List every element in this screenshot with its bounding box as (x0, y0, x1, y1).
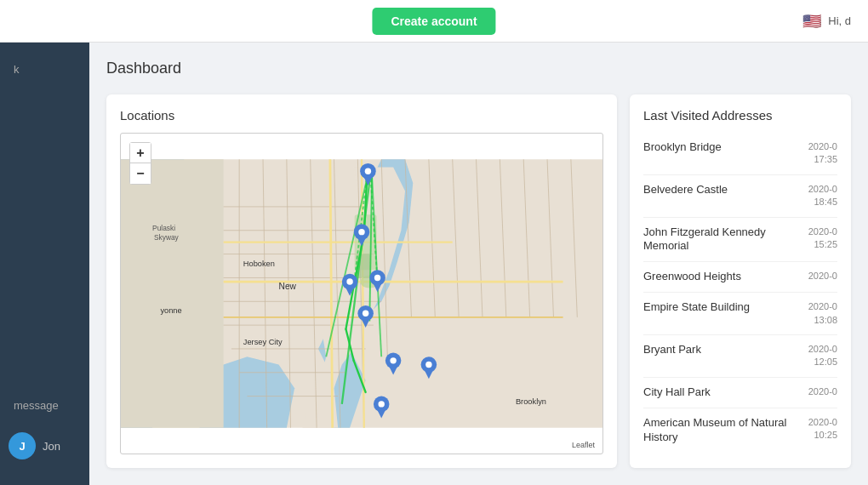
address-time: 2020-015:25 (808, 225, 837, 252)
sidebar-user-area[interactable]: J Jon (0, 424, 89, 468)
svg-point-69 (425, 362, 431, 368)
address-time: 2020-0 (808, 270, 837, 282)
addresses-card: Last Visited Addresses Brooklyn Bridge20… (630, 94, 851, 468)
address-name: John Fitzgerald Kennedy Memorial (643, 225, 808, 254)
locations-card-title: Locations (120, 108, 603, 123)
greeting-text: Hi, d (828, 14, 851, 27)
zoom-out-button[interactable]: − (130, 163, 151, 184)
address-name: Empire State Building (643, 300, 808, 315)
svg-text:Brooklyn: Brooklyn (516, 397, 546, 406)
address-time: 2020-012:05 (808, 343, 837, 369)
address-name: American Museum of Natural History (643, 416, 808, 445)
address-time: 2020-018:45 (808, 183, 837, 209)
address-row: Bryant Park2020-012:05 (643, 335, 837, 378)
svg-point-63 (374, 275, 380, 281)
locations-card: Locations (106, 94, 617, 468)
svg-text:yonne: yonne (160, 306, 181, 315)
map-svg: New Jersey City Hoboken yonne Brooklyn P… (121, 134, 602, 454)
sidebar-k-label: k (14, 63, 20, 76)
address-row: John Fitzgerald Kennedy Memorial2020-015… (643, 218, 837, 263)
svg-text:New: New (279, 282, 297, 291)
address-row: Empire State Building2020-013:08 (643, 293, 837, 335)
cards-row: Locations (106, 94, 851, 468)
top-bar-right: 🇺🇸 Hi, d (802, 12, 851, 31)
map-attribution: Leaflet (569, 440, 597, 450)
svg-rect-4 (121, 159, 224, 427)
address-time: 2020-0 (808, 385, 837, 398)
svg-point-51 (365, 168, 371, 174)
svg-text:Skyway: Skyway (154, 233, 180, 242)
avatar: J (9, 432, 36, 459)
svg-text:Jersey City: Jersey City (243, 338, 283, 346)
address-name: Brooklyn Bridge (643, 140, 808, 155)
zoom-in-button[interactable]: + (130, 143, 151, 163)
svg-point-54 (358, 229, 364, 235)
map-zoom-controls: + − (129, 142, 151, 185)
address-time: 2020-013:08 (808, 300, 837, 327)
page-title: Dashboard (106, 60, 851, 77)
avatar-initials: J (19, 440, 25, 453)
avatar-name: Jon (43, 440, 60, 453)
svg-point-57 (346, 278, 352, 284)
svg-point-72 (378, 401, 384, 407)
svg-text:Pulaski: Pulaski (152, 224, 175, 232)
address-row: Greenwood Heights2020-0 (643, 262, 837, 293)
flag-icon: 🇺🇸 (802, 12, 821, 31)
top-bar: Create account 🇺🇸 Hi, d (0, 0, 868, 43)
address-name: Belvedere Castle (643, 183, 808, 197)
sidebar-bottom: message J Jon (0, 387, 89, 485)
address-row: Brooklyn Bridge2020-017:35 (643, 133, 837, 175)
address-name: City Hall Park (643, 385, 808, 400)
svg-text:Hoboken: Hoboken (243, 260, 275, 268)
address-name: Greenwood Heights (643, 270, 808, 284)
sidebar: k message J Jon (0, 43, 89, 485)
svg-point-60 (363, 310, 368, 316)
addresses-card-title: Last Visited Addresses (643, 108, 837, 123)
address-row: City Hall Park2020-0 (643, 378, 837, 408)
address-row: American Museum of Natural History2020-0… (643, 408, 837, 453)
address-time: 2020-017:35 (808, 140, 837, 167)
sidebar-item-message[interactable]: message (0, 387, 89, 424)
map-container[interactable]: New Jersey City Hoboken yonne Brooklyn P… (120, 133, 603, 454)
create-account-area: Create account (372, 8, 495, 35)
address-row: Belvedere Castle2020-018:45 (643, 175, 837, 218)
sidebar-message-label: message (14, 399, 59, 412)
svg-point-66 (390, 357, 396, 363)
main-layout: k message J Jon Dashboard Locations (0, 43, 868, 485)
address-name: Bryant Park (643, 343, 808, 357)
sidebar-item-k[interactable]: k (0, 51, 89, 88)
address-list: Brooklyn Bridge2020-017:35Belvedere Cast… (643, 133, 837, 452)
address-time: 2020-010:25 (808, 416, 837, 442)
main-content: Dashboard Locations (89, 43, 868, 485)
create-account-button[interactable]: Create account (372, 8, 495, 35)
